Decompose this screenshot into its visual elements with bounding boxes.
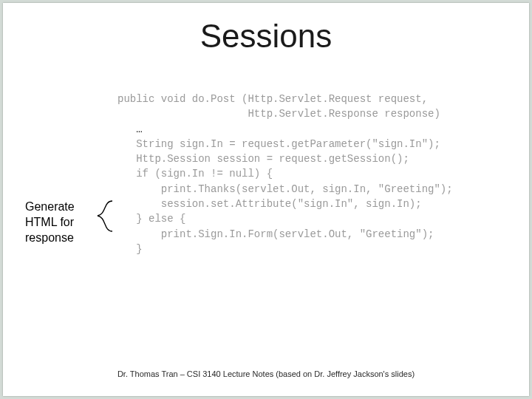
code-line-1: public void do.Post (Http.Servlet.Reques… [117, 93, 428, 105]
code-line-5: Http.Session session = request.getSessio… [117, 153, 409, 165]
annotation-line-3: response [25, 231, 75, 246]
code-line-9: } else { [117, 213, 185, 225]
code-line-3-pre [117, 123, 136, 135]
code-line-2: Http.Servlet.Response response) [117, 108, 440, 120]
slide: Sessions public void do.Post (Http.Servl… [3, 3, 529, 396]
code-line-8: session.set.Attribute("sign.In", sign.In… [117, 198, 422, 210]
code-line-4: String sign.In = request.getParameter("s… [117, 138, 440, 150]
ellipsis-icon: … [136, 123, 142, 135]
annotation-line-1: Generate [25, 200, 75, 215]
slide-footer: Dr. Thomas Tran – CSI 3140 Lecture Notes… [3, 369, 529, 378]
brace-icon [90, 200, 118, 229]
code-line-6: if (sign.In != null) { [117, 168, 273, 180]
code-line-10: print.Sign.In.Form(servlet.Out, "Greetin… [117, 228, 434, 240]
code-block: public void do.Post (Http.Servlet.Reques… [117, 92, 453, 256]
annotation-label: Generate HTML for response [25, 200, 75, 245]
code-line-11: } [117, 243, 143, 255]
code-line-7: print.Thanks(servlet.Out, sign.In, "Gree… [117, 183, 453, 195]
annotation-line-2: HTML for [25, 215, 75, 231]
slide-title: Sessions [3, 18, 529, 55]
